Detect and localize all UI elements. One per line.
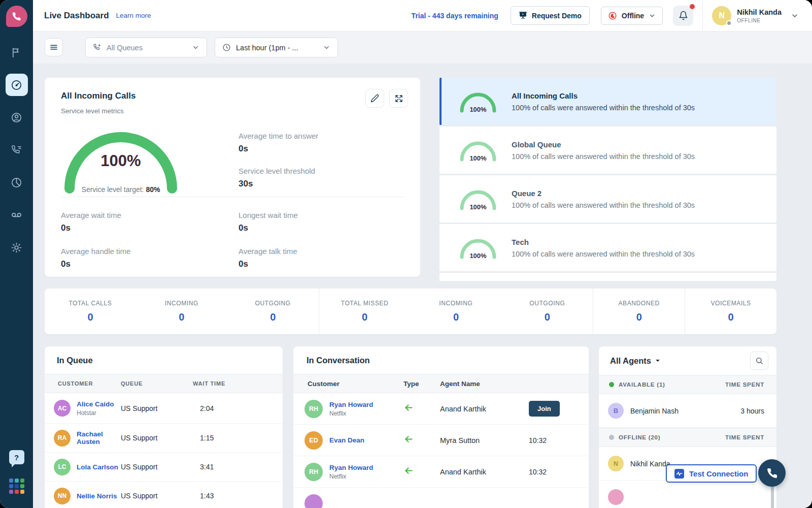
contacts-icon: [11, 112, 22, 123]
test-connection-label: Test Connection: [689, 469, 748, 478]
wait-time-cell: 2:04: [193, 404, 283, 412]
wait-time-cell: 1:15: [193, 434, 283, 442]
stat-label: ABANDONED: [618, 300, 659, 307]
customer-name-link[interactable]: Rachael Austen: [77, 430, 121, 446]
user-status: OFFLINE: [737, 18, 782, 23]
queue-item-desc: 100% of calls were answered within the t…: [512, 201, 695, 209]
queue-cell: US Support: [121, 404, 193, 412]
metric-label: Average time to answer: [239, 132, 318, 140]
incoming-call-arrow-icon: [403, 402, 414, 413]
card-divider: [61, 197, 404, 197]
metric-value: 0s: [239, 259, 416, 269]
mini-gauge: 100%: [458, 187, 498, 211]
chevron-down-icon: [649, 12, 656, 19]
metric-label: Longest wait time: [239, 211, 416, 219]
stat-label: TOTAL CALLS: [69, 300, 112, 307]
user-avatar[interactable]: N: [712, 6, 731, 25]
sidebar-item-call-metrics[interactable]: [6, 139, 28, 161]
metric-value: 0s: [61, 259, 239, 269]
sidebar-item-voicemail[interactable]: [6, 204, 28, 226]
avatar-initials: RH: [309, 405, 318, 412]
column-header-customer: CUSTOMER: [45, 380, 121, 387]
stat-incoming: INCOMING0: [136, 289, 227, 334]
all-agents-title[interactable]: All Agents: [610, 356, 651, 366]
offline-moon-icon: [608, 11, 617, 20]
expand-widget-button[interactable]: [389, 89, 408, 108]
in-conversation-title: In Conversation: [307, 356, 370, 365]
agent-name: Benjamin Nash: [630, 407, 679, 415]
customer-name-link[interactable]: Ryan Howard: [329, 464, 373, 471]
pie-chart-icon: [11, 177, 22, 188]
sidebar-item-analytics[interactable]: [6, 171, 28, 194]
queue-item-all-incoming-calls[interactable]: 100% All Incoming Calls 100% of calls we…: [439, 78, 776, 125]
stat-abandoned: ABANDONED0: [593, 289, 685, 334]
customer-name-link[interactable]: Alice Caido: [77, 400, 114, 408]
agent-row-partial: [599, 481, 776, 508]
table-row-partial: [293, 488, 589, 508]
queue-item-global-queue[interactable]: 100% Global Queue 100% of calls were ans…: [439, 126, 776, 174]
agent-time-spent: 3 hours: [740, 407, 764, 415]
queue-filter-dropdown[interactable]: All Queues: [85, 38, 207, 57]
time-spent-header: TIME SPENT: [725, 434, 764, 440]
expand-icon: [395, 94, 403, 103]
agent-search-button[interactable]: [750, 352, 768, 370]
sidebar-item-dashboard[interactable]: [6, 74, 28, 96]
dialer-fab[interactable]: [758, 459, 786, 487]
dashboard-gauge-icon: [11, 79, 22, 91]
agents-section-offline: OFFLINE (20) TIME SPENT: [599, 428, 776, 447]
stat-value: 0: [636, 311, 642, 323]
avatar: [304, 494, 323, 508]
freshcaller-logo[interactable]: [6, 6, 27, 27]
customer-company: Netflix: [329, 410, 373, 417]
presence-dropdown[interactable]: Offline: [601, 7, 663, 25]
flag-icon: [11, 47, 22, 58]
app-switcher-icon[interactable]: [9, 479, 24, 494]
test-connection-button[interactable]: Test Connection: [666, 464, 757, 483]
gauge-target-label: Service level target:: [82, 185, 144, 194]
avatar-initials: B: [614, 407, 618, 415]
help-button[interactable]: ?: [9, 450, 24, 464]
queue-item-queue-2[interactable]: 100% Queue 2 100% of calls were answered…: [439, 175, 776, 223]
customer-name-link[interactable]: Ryan Howard: [329, 401, 373, 408]
trial-banner[interactable]: Trial - 443 days remaining: [412, 12, 498, 20]
metric-average-talk-time: Average talk time 0s: [239, 247, 416, 269]
gauge-target: Service level target: 80%: [60, 185, 182, 194]
column-header-agent-name: Agent Name: [440, 380, 529, 388]
notifications-button[interactable]: [673, 6, 693, 26]
learn-more-link[interactable]: Learn more: [116, 12, 151, 19]
user-menu-chevron-icon[interactable]: [791, 12, 799, 20]
request-demo-button[interactable]: Request Demo: [511, 6, 590, 25]
table-row: RH Ryan HowardNetflix Anand Karthik 10:3…: [293, 456, 589, 488]
sidebar-item-contacts[interactable]: [6, 106, 28, 129]
clock-icon: [222, 43, 231, 52]
sidebar-item-admin-settings[interactable]: [6, 236, 28, 259]
stat-value: 0: [179, 311, 184, 323]
customer-name-link[interactable]: Evan Dean: [329, 436, 364, 444]
metric-average-handle-time: Average handle time 0s: [61, 247, 239, 269]
queue-item-name: All Incoming Calls: [512, 91, 695, 100]
stat-value: 0: [453, 311, 459, 323]
join-call-button[interactable]: Join: [529, 401, 560, 417]
queue-phone-icon: [93, 43, 101, 52]
in-conversation-panel: In Conversation Customer Type Agent Name…: [293, 346, 589, 508]
mini-gauge: 100%: [458, 236, 498, 260]
sidebar-item-getting-started[interactable]: [6, 41, 28, 64]
customer-name-link[interactable]: Lola Carlson: [77, 463, 118, 471]
avatar: LC: [54, 459, 71, 475]
call-metrics-icon: [11, 144, 22, 156]
queue-item-tech[interactable]: 100% Tech 100% of calls were answered wi…: [439, 224, 776, 271]
dashboard-menu-button[interactable]: [45, 38, 63, 56]
call-stats-bar: TOTAL CALLS0 INCOMING0 OUTGOING0 TOTAL M…: [45, 289, 776, 334]
avatar-initials: N: [614, 460, 618, 467]
customer-name-link[interactable]: Nellie Norris: [77, 492, 117, 500]
metric-average-wait-time: Average wait time 0s: [61, 211, 239, 233]
time-range-dropdown[interactable]: Last hour (1pm - ...: [215, 38, 338, 57]
user-avatar-initial: N: [719, 11, 725, 20]
request-demo-label: Request Demo: [532, 12, 582, 20]
service-card-title: All Incoming Calls: [61, 91, 136, 101]
column-header-wait-time: WAIT TIME: [193, 380, 283, 387]
edit-widget-button[interactable]: [365, 89, 384, 108]
available-status-dot: [609, 382, 614, 387]
customer-company: Hotstar: [77, 409, 114, 417]
queue-metrics-list: 100% All Incoming Calls 100% of calls we…: [439, 78, 776, 281]
